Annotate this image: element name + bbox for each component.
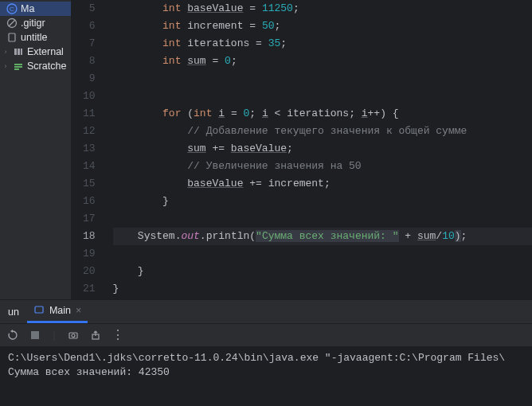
run-label: un [5, 306, 22, 318]
console-output[interactable]: C:\Users\Dend1\.jdks\corretto-11.0.24\bi… [0, 346, 532, 406]
code-area[interactable]: int baseValue = 11250; int increment = 5… [105, 0, 532, 299]
chevron-right-icon: › [2, 48, 10, 56]
scratch-icon [13, 61, 24, 72]
run-tab-label: Main [49, 305, 71, 316]
stop-icon[interactable] [29, 329, 41, 342]
svg-text:C: C [10, 6, 14, 13]
svg-rect-8 [14, 64, 22, 65]
svg-rect-5 [14, 49, 17, 55]
close-icon[interactable]: × [76, 305, 81, 316]
screenshot-icon[interactable] [67, 329, 80, 342]
run-tool-window: un Main × | ⋮ C:\Users\Dend1\.jdks\corre… [0, 299, 532, 406]
svg-rect-12 [31, 331, 39, 339]
tree-item-untitled[interactable]: untitle [0, 30, 71, 45]
tree-label: untitle [21, 32, 47, 43]
more-icon[interactable]: ⋮ [111, 329, 124, 342]
tree-item-main[interactable]: C Ma [0, 2, 71, 16]
svg-rect-10 [14, 68, 19, 70]
tree-label: Ma [21, 3, 34, 14]
run-tab-main[interactable]: Main × [27, 300, 88, 323]
svg-rect-7 [21, 49, 22, 55]
ignore-icon [6, 18, 18, 29]
project-tree[interactable]: C Ma .gitigr untitle › External › [0, 0, 72, 299]
tree-item-gitignore[interactable]: .gitigr [0, 16, 71, 30]
file-icon [6, 32, 18, 43]
svg-rect-4 [9, 33, 15, 41]
chevron-right-icon: › [2, 62, 10, 70]
code-editor[interactable]: 56789 1011121314 1516171819 202122 int b… [72, 0, 532, 299]
svg-line-3 [9, 20, 15, 26]
library-icon [13, 46, 24, 57]
tree-label: .gitigr [21, 18, 45, 29]
tree-label: External [27, 46, 64, 57]
svg-rect-9 [14, 66, 22, 68]
class-icon: C [6, 3, 18, 14]
console-line: Сумма всех значений: 42350 [8, 366, 170, 378]
line-gutter: 56789 1011121314 1516171819 202122 [72, 0, 105, 299]
tree-item-external[interactable]: › External [0, 45, 71, 59]
export-icon[interactable] [89, 329, 102, 342]
tree-item-scratches[interactable]: › Scratche [0, 59, 71, 73]
console-line: C:\Users\Dend1\.jdks\corretto-11.0.24\bi… [8, 352, 505, 364]
rerun-icon[interactable] [6, 329, 19, 342]
tree-label: Scratche [27, 61, 66, 72]
svg-rect-11 [35, 306, 43, 313]
svg-point-14 [72, 334, 75, 338]
run-toolbar: | ⋮ [0, 324, 532, 346]
run-config-icon [33, 304, 45, 318]
svg-rect-6 [18, 49, 20, 55]
